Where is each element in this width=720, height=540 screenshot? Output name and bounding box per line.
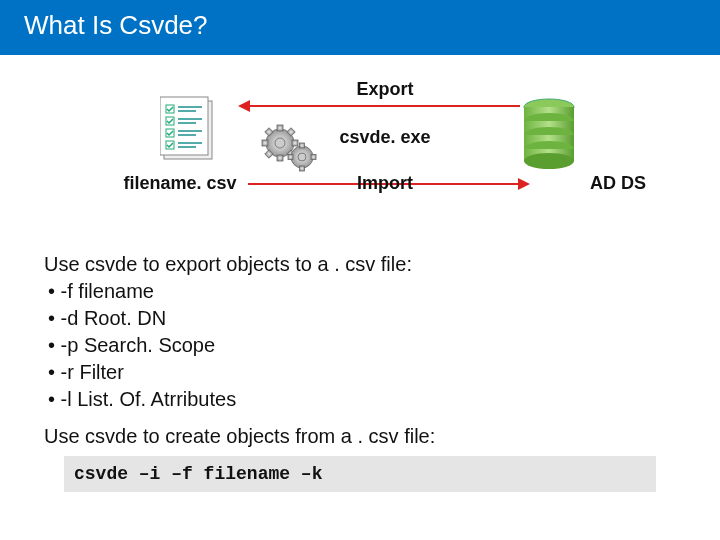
export-intro: Use csvde to export objects to a . csv f… xyxy=(44,251,676,278)
import-label: Import xyxy=(320,173,450,194)
list-item: -l List. Of. Atrributes xyxy=(48,386,676,413)
file-label: filename. csv xyxy=(100,173,260,194)
svg-rect-25 xyxy=(300,143,305,148)
svg-rect-28 xyxy=(311,155,316,160)
bullet-list: -f filename -d Root. DN -p Search. Scope… xyxy=(44,278,676,413)
svg-rect-16 xyxy=(277,155,283,161)
content-body: Use csvde to export objects to a . csv f… xyxy=(0,251,720,492)
svg-rect-18 xyxy=(292,140,298,146)
slide-title: What Is Csvde? xyxy=(0,0,720,55)
db-label: AD DS xyxy=(590,173,670,194)
export-arrow-line xyxy=(248,105,520,107)
diagram-area: Export csvde. exe Import filename. csv A… xyxy=(0,65,720,245)
svg-rect-26 xyxy=(300,166,305,171)
svg-point-29 xyxy=(298,153,306,161)
svg-point-38 xyxy=(524,153,574,169)
file-icon xyxy=(160,93,224,169)
svg-point-23 xyxy=(275,138,285,148)
database-icon xyxy=(520,97,578,173)
create-intro: Use csvde to create objects from a . csv… xyxy=(44,423,676,450)
export-label: Export xyxy=(320,79,450,100)
list-item: -d Root. DN xyxy=(48,305,676,332)
list-item: -f filename xyxy=(48,278,676,305)
code-block: csvde –i –f filename –k xyxy=(64,456,656,492)
svg-rect-27 xyxy=(288,155,293,160)
list-item: -r Filter xyxy=(48,359,676,386)
list-item: -p Search. Scope xyxy=(48,332,676,359)
import-arrow-head xyxy=(518,178,530,190)
svg-rect-15 xyxy=(277,125,283,131)
export-arrow-head xyxy=(238,100,250,112)
exe-label: csvde. exe xyxy=(320,127,450,148)
svg-rect-17 xyxy=(262,140,268,146)
gears-icon xyxy=(260,123,320,179)
